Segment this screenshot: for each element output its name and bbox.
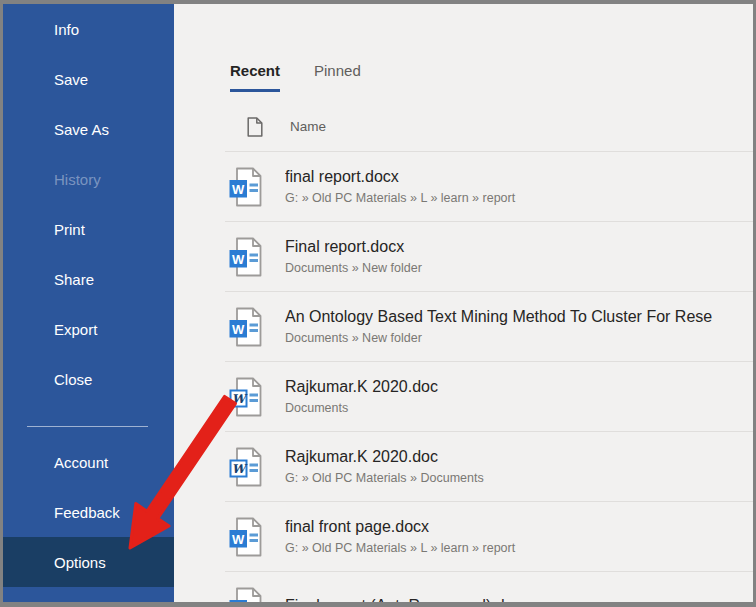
file-row[interactable]: W Final report.docx Documents » New fold…: [225, 222, 753, 292]
word-docx-icon: W: [228, 167, 262, 207]
word-docx-icon: W: [228, 307, 262, 347]
tab-recent[interactable]: Recent: [230, 61, 280, 92]
sidebar-item-save-as[interactable]: Save As: [3, 104, 174, 154]
sidebar-item-feedback[interactable]: Feedback: [3, 487, 174, 537]
sidebar-item-save[interactable]: Save: [3, 54, 174, 104]
file-name: Rajkumar.K 2020.doc: [285, 446, 753, 467]
file-name: Final report.docx: [285, 236, 753, 257]
svg-text:W: W: [232, 602, 245, 603]
file-row[interactable]: W Rajkumar.K 2020.doc G: » Old PC Materi…: [225, 432, 753, 502]
sidebar-item-print[interactable]: Print: [3, 204, 174, 254]
sidebar-top-group: InfoSaveSave AsHistoryPrintShareExportCl…: [3, 4, 174, 404]
file-row[interactable]: W final report.docx G: » Old PC Material…: [225, 152, 753, 222]
file-name: final report.docx: [285, 166, 753, 187]
file-row[interactable]: W Rajkumar.K 2020.doc Documents: [225, 362, 753, 432]
file-name: Rajkumar.K 2020.doc: [285, 376, 753, 397]
svg-text:W: W: [232, 182, 245, 197]
file-path: Documents » New folder: [285, 259, 753, 277]
svg-text:W: W: [232, 532, 245, 547]
sidebar-item-account[interactable]: Account: [3, 437, 174, 487]
file-list-header: Name: [247, 117, 326, 137]
sidebar-item-close[interactable]: Close: [3, 354, 174, 404]
file-path: G: » Old PC Materials » Documents: [285, 469, 753, 487]
file-name: Final report (AutoRecovered).docx: [285, 595, 753, 602]
sidebar-divider: [27, 426, 148, 427]
sidebar-item-options[interactable]: Options: [3, 537, 174, 587]
recent-pinned-tabs: Recent Pinned: [230, 61, 361, 92]
document-icon: [247, 117, 263, 137]
word-docx-icon: W: [228, 587, 262, 603]
name-column-header: Name: [290, 117, 326, 137]
tab-pinned[interactable]: Pinned: [314, 61, 361, 92]
sidebar-item-export[interactable]: Export: [3, 304, 174, 354]
svg-text:W: W: [232, 322, 245, 337]
file-row[interactable]: W final front page.docx G: » Old PC Mate…: [225, 502, 753, 572]
sidebar-bottom-group: AccountFeedbackOptions: [3, 437, 174, 587]
word-doc-legacy-icon: W: [228, 377, 262, 417]
file-name: final front page.docx: [285, 516, 753, 537]
sidebar-item-info[interactable]: Info: [3, 4, 174, 54]
word-doc-legacy-icon: W: [228, 447, 262, 487]
file-path: G: » Old PC Materials » L » learn » repo…: [285, 539, 753, 557]
backstage-sidebar: InfoSaveSave AsHistoryPrintShareExportCl…: [3, 4, 174, 602]
svg-text:W: W: [232, 252, 245, 267]
recent-file-list: W final report.docx G: » Old PC Material…: [225, 151, 753, 602]
file-path: Documents: [285, 399, 753, 417]
word-docx-icon: W: [228, 517, 262, 557]
file-path: Documents » New folder: [285, 329, 753, 347]
sidebar-item-history: History: [3, 154, 174, 204]
word-backstage-view: InfoSaveSave AsHistoryPrintShareExportCl…: [0, 0, 756, 607]
file-name: An Ontology Based Text Mining Method To …: [285, 306, 753, 327]
file-row[interactable]: W An Ontology Based Text Mining Method T…: [225, 292, 753, 362]
word-docx-icon: W: [228, 237, 262, 277]
file-row[interactable]: W Final report (AutoRecovered).docx: [225, 572, 753, 602]
file-path: G: » Old PC Materials » L » learn » repo…: [285, 189, 753, 207]
sidebar-item-share[interactable]: Share: [3, 254, 174, 304]
recent-files-panel: Recent Pinned Name W final report.docx G…: [174, 4, 753, 602]
